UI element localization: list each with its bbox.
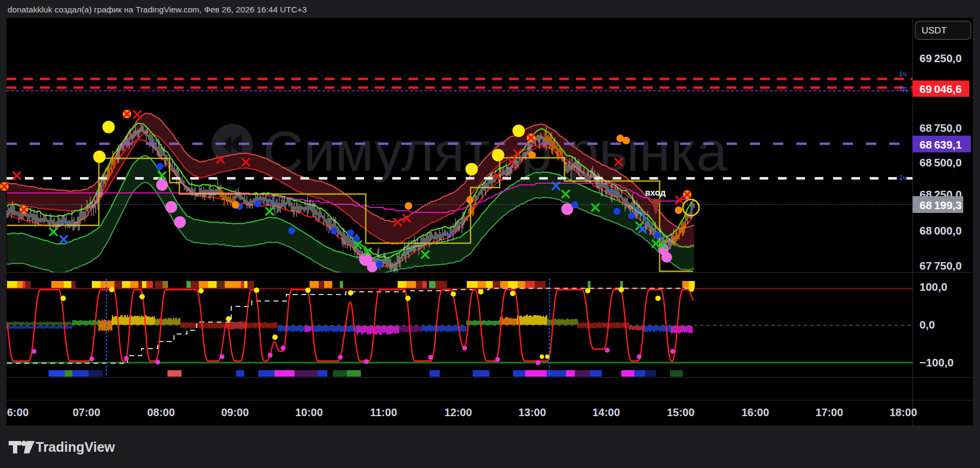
svg-text:16:00: 16:00 [741, 406, 769, 418]
svg-text:11:00: 11:00 [370, 406, 397, 418]
svg-text:69 046,6: 69 046,6 [919, 83, 962, 95]
svg-text:15:00: 15:00 [667, 406, 694, 418]
svg-text:TradingView: TradingView [36, 439, 115, 454]
svg-text:0,0: 0,0 [919, 318, 935, 331]
svg-text:USDT: USDT [922, 25, 947, 36]
svg-text:−100,0: −100,0 [919, 356, 954, 369]
svg-text:donatakkluk создал(а) график н: donatakkluk создал(а) график на TradingV… [8, 5, 307, 14]
svg-text:68 000,0: 68 000,0 [919, 224, 962, 237]
svg-text:14:00: 14:00 [592, 406, 620, 418]
svg-text:17:00: 17:00 [815, 406, 843, 418]
svg-text:08:00: 08:00 [147, 406, 174, 418]
svg-text:67 750,0: 67 750,0 [919, 259, 962, 272]
svg-text:68 750,0: 68 750,0 [919, 122, 962, 134]
svg-text:68 500,0: 68 500,0 [919, 156, 962, 169]
svg-text:68 639,1: 68 639,1 [919, 138, 962, 151]
svg-text:07:00: 07:00 [72, 406, 100, 418]
svg-text:13:00: 13:00 [518, 406, 546, 418]
svg-text:1ч: 1ч [899, 173, 907, 182]
svg-text:1д: 1д [899, 84, 907, 92]
svg-text:100,0: 100,0 [919, 280, 947, 293]
svg-text:1ч: 1ч [899, 70, 907, 78]
svg-text:6:00: 6:00 [7, 406, 29, 418]
svg-text:вход: вход [645, 188, 666, 197]
svg-text:09:00: 09:00 [221, 406, 249, 418]
svg-text:68 199,3: 68 199,3 [919, 199, 962, 211]
svg-text:18:00: 18:00 [889, 406, 917, 418]
svg-text:10:00: 10:00 [295, 406, 323, 418]
svg-text:69 250,0: 69 250,0 [919, 52, 962, 64]
svg-text:12:00: 12:00 [444, 406, 472, 418]
